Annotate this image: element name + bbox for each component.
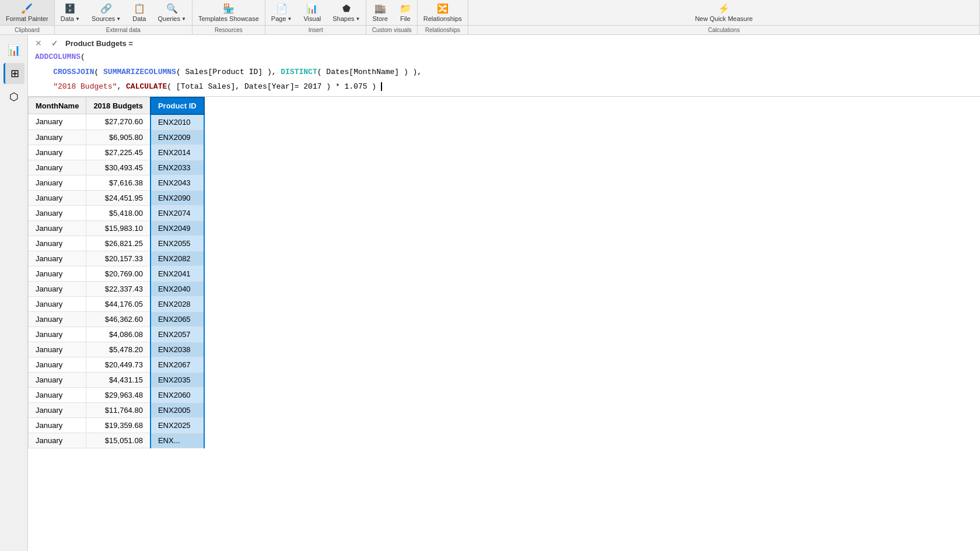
page-dropdown-arrow: ▼ xyxy=(288,16,292,22)
cell-budget: $15,983.10 xyxy=(86,220,150,236)
formula-line3[interactable]: "2018 Budgets", CALCULATE( [Total Sales]… xyxy=(33,80,975,94)
table-row: January$6,905.80ENX2009 xyxy=(29,129,204,145)
cell-product: ENX2009 xyxy=(150,129,204,145)
cell-month: January xyxy=(29,145,86,160)
table-row: January$27,225.45ENX2014 xyxy=(29,145,204,160)
cell-month: January xyxy=(29,311,86,327)
cell-product: ENX2090 xyxy=(150,190,204,205)
cell-month: January xyxy=(29,251,86,266)
cell-month: January xyxy=(29,266,86,281)
addcolumns-keyword: ADDCOLUMNS xyxy=(35,52,80,61)
formula-line2[interactable]: CROSSJOIN( SUMMARIZECOLUMNS( Sales[Produ… xyxy=(33,65,975,79)
data2-button[interactable]: 📋 Data xyxy=(127,0,152,25)
cell-product: ENX2033 xyxy=(150,160,204,175)
table-row: January$4,086.08ENX2057 xyxy=(29,327,204,342)
store-icon: 🏬 xyxy=(374,3,386,14)
templates-icon: 🏪 xyxy=(223,3,235,14)
cell-budget: $26,821.25 xyxy=(86,236,150,251)
table-row: January$26,821.25ENX2055 xyxy=(29,236,204,251)
formula-cancel-button[interactable]: ✕ xyxy=(33,37,44,49)
cell-budget: $20,449.73 xyxy=(86,357,150,372)
relationships-label: Relationships xyxy=(418,25,468,34)
resources-label: Resources xyxy=(192,25,265,34)
table-row: January$5,418.00ENX2074 xyxy=(29,205,204,220)
cell-product: ENX2025 xyxy=(150,417,204,433)
cell-budget: $19,359.68 xyxy=(86,417,150,433)
data-table-wrapper: MonthName 2018 Budgets Product ID Januar… xyxy=(28,97,980,552)
cell-month: January xyxy=(29,220,86,236)
formula-cursor xyxy=(376,82,382,91)
formula-title: Product Budgets = xyxy=(65,38,133,49)
queries-dropdown-arrow: ▼ xyxy=(181,16,186,22)
table-row: January$22,337.43ENX2040 xyxy=(29,281,204,296)
left-sidebar: 📊 ⊞ ⬡ xyxy=(0,35,28,551)
formula-line1[interactable]: ADDCOLUMNS( xyxy=(33,50,975,64)
cell-month: January xyxy=(29,114,86,130)
cell-budget: $29,963.48 xyxy=(86,387,150,402)
formula-confirm-button[interactable]: ✓ xyxy=(49,37,61,49)
format-painter-icon: 🖌️ xyxy=(21,3,33,14)
cell-product: ENX2074 xyxy=(150,205,204,220)
new-quick-measure-button[interactable]: ⚡ New Quick Measure xyxy=(689,0,758,25)
cell-budget: $4,086.08 xyxy=(86,327,150,342)
cell-budget: $5,418.00 xyxy=(86,205,150,220)
queries-icon: 🔍 xyxy=(166,3,178,14)
cell-month: January xyxy=(29,342,86,357)
cell-budget: $30,493.45 xyxy=(86,160,150,175)
cell-product: ENX2082 xyxy=(150,251,204,266)
cell-budget: $44,176.05 xyxy=(86,296,150,311)
relationships-button[interactable]: 🔀 Relationships xyxy=(418,0,468,25)
cell-budget: $5,478.20 xyxy=(86,342,150,357)
cell-product: ENX2028 xyxy=(150,296,204,311)
format-painter-button[interactable]: 🖌️ Format Painter xyxy=(0,0,54,25)
col-header-productid[interactable]: Product ID xyxy=(150,97,204,114)
cell-month: January xyxy=(29,402,86,417)
sources-button[interactable]: 🔗 Sources ▼ xyxy=(86,0,127,25)
templates-showcase-button[interactable]: 🏪 Templates Showcase xyxy=(192,0,265,25)
shapes-button[interactable]: ⬟ Shapes ▼ xyxy=(327,0,366,25)
resources-group: 🏪 Templates Showcase Resources xyxy=(192,0,265,34)
visual-button[interactable]: 📊 Visual xyxy=(298,0,327,25)
queries-button[interactable]: 🔍 Queries ▼ xyxy=(152,0,191,25)
sidebar-data-icon[interactable]: ⊞ xyxy=(4,63,24,84)
cell-month: January xyxy=(29,160,86,175)
file-button[interactable]: 📁 File xyxy=(394,0,417,25)
page-icon: 📄 xyxy=(276,3,288,14)
cell-budget: $7,616.38 xyxy=(86,175,150,190)
cell-month: January xyxy=(29,417,86,433)
col-header-monthname[interactable]: MonthName xyxy=(29,97,86,114)
cell-product: ENX2067 xyxy=(150,357,204,372)
cell-product: ENX2043 xyxy=(150,175,204,190)
cell-month: January xyxy=(29,372,86,387)
sidebar-report-icon[interactable]: 📊 xyxy=(4,40,24,61)
sidebar-model-icon[interactable]: ⬡ xyxy=(4,86,24,107)
cell-product: ENX2065 xyxy=(150,311,204,327)
table-row: January$19,359.68ENX2025 xyxy=(29,417,204,433)
table-row: January$27,270.60ENX2010 xyxy=(29,114,204,130)
cell-budget: $22,337.43 xyxy=(86,281,150,296)
cell-month: January xyxy=(29,205,86,220)
cell-month: January xyxy=(29,296,86,311)
relationships-icon: 🔀 xyxy=(437,3,449,14)
cell-product: ENX2060 xyxy=(150,387,204,402)
cell-budget: $11,764.80 xyxy=(86,402,150,417)
sources-dropdown-arrow: ▼ xyxy=(116,16,121,22)
table-row: January$24,451.95ENX2090 xyxy=(29,190,204,205)
store-button[interactable]: 🏬 Store xyxy=(366,0,393,25)
formula-bar: ✕ ✓ Product Budgets = ADDCOLUMNS( CROSSJ… xyxy=(28,35,980,97)
page-button[interactable]: 📄 Page ▼ xyxy=(265,0,298,25)
table-row: January$30,493.45ENX2033 xyxy=(29,160,204,175)
cell-product: ENX2035 xyxy=(150,372,204,387)
cell-product: ENX2055 xyxy=(150,236,204,251)
sources-icon: 🔗 xyxy=(100,3,112,14)
cell-budget: $27,270.60 xyxy=(86,114,150,130)
cell-month: January xyxy=(29,190,86,205)
data-button[interactable]: 🗄️ Data ▼ xyxy=(55,0,86,25)
insert-group: 📄 Page ▼ 📊 Visual ⬟ Shapes ▼ Insert xyxy=(265,0,367,34)
col-header-budgets[interactable]: 2018 Budgets xyxy=(86,97,150,114)
table-row: January$44,176.05ENX2028 xyxy=(29,296,204,311)
data-icon: 🗄️ xyxy=(64,3,76,14)
custom-visuals-group: 🏬 Store 📁 File Custom visuals xyxy=(366,0,417,34)
calculate-keyword: CALCULATE xyxy=(126,82,167,91)
cell-month: January xyxy=(29,236,86,251)
